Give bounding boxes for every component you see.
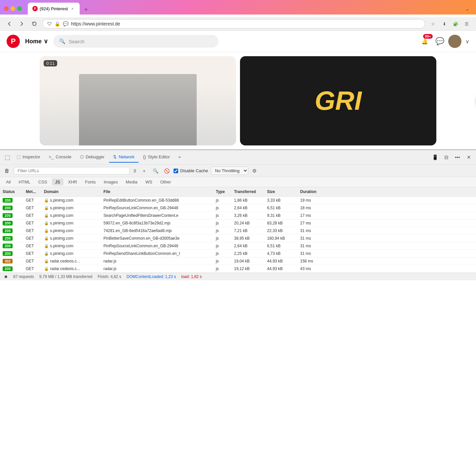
table-row[interactable]: 200 GET 🔒 s.pinimg.com SearchPageUnified… [0, 212, 476, 219]
network-settings-button[interactable]: ⚙ [251, 167, 258, 175]
table-row[interactable]: 302 GET 🔒 radar.cedexis.c... radar.js js… [0, 258, 476, 265]
header-duration[interactable]: Duration [298, 188, 331, 195]
shield-icon: 🛡 [47, 21, 52, 26]
filter-ws[interactable]: WS [142, 178, 156, 185]
download-button[interactable]: ⬇ [440, 19, 449, 28]
notifications-button[interactable]: 🔔 99+ [418, 35, 431, 48]
table-row[interactable]: 200 GET 🔒 radar.cedexis.c... radar.js js… [0, 265, 476, 273]
back-button[interactable] [5, 19, 14, 28]
header-type[interactable]: Type [213, 188, 231, 195]
table-row[interactable]: 200 GET 🔒 s.pinimg.com PinRepSourceLinkC… [0, 204, 476, 212]
header-transferred[interactable]: Transferred [231, 188, 264, 195]
image-card-left[interactable]: 0:11 [40, 56, 236, 145]
disable-cache-checkbox[interactable] [174, 169, 178, 173]
console-icon: >_ [49, 154, 54, 159]
devtools-options-button[interactable]: ••• [453, 153, 462, 162]
filter-xhr[interactable]: XHR [65, 178, 80, 185]
tab-debugger[interactable]: ⬡ Debugger [76, 152, 108, 163]
filter-other[interactable]: Other [157, 178, 175, 185]
header-status[interactable]: Status [0, 188, 23, 195]
image-card-right[interactable]: GRI [240, 56, 436, 145]
header-method[interactable]: Met... [23, 188, 41, 195]
refresh-button[interactable] [30, 19, 39, 28]
home-label: Home [25, 38, 42, 45]
pinterest-logo: P [7, 35, 20, 48]
close-button[interactable] [4, 6, 9, 11]
devtools-responsive-button[interactable]: 📱 [430, 153, 440, 162]
nav-icons: ☆ ⬇ 🧩 ☰ [428, 19, 471, 28]
disable-cache-option: Disable Cache [174, 168, 208, 173]
table-row[interactable]: 200 GET 🔒 s.pinimg.com PinRepSourceLinkC… [0, 242, 476, 250]
devtools-toolbar: ⬚ ⬚ Inspector >_ Console ⬡ Debugger ⇅ Ne… [0, 150, 476, 165]
devtools-split-button[interactable]: ⊟ [442, 153, 451, 162]
table-header: Status Met... Domain File Type Transferr… [0, 187, 476, 197]
minimize-button[interactable] [11, 6, 15, 11]
bookmark-button[interactable]: ☆ [428, 19, 438, 28]
active-tab[interactable]: P (924) Pinterest × [28, 3, 80, 15]
filter-js[interactable]: JS [52, 178, 63, 185]
tab-close-button[interactable]: × [70, 6, 75, 11]
table-row[interactable]: 200 GET 🔒 s.pinimg.com PinRepEditButtonC… [0, 197, 476, 204]
home-menu[interactable]: Home ∨ [25, 38, 48, 45]
poster-text: GRI [315, 89, 362, 113]
filter-fonts[interactable]: Fonts [82, 178, 99, 185]
throttle-select[interactable]: No Throttling [211, 167, 248, 175]
url-text[interactable]: https://www.pinterest.de [71, 21, 420, 26]
user-avatar[interactable] [448, 35, 461, 48]
network-toolbar: 🗑 ⏸ + 🔍 🚫 Disable Cache No Throttling ⚙ [0, 165, 476, 177]
tabs-bar: P (924) Pinterest × + [28, 3, 460, 15]
style-label: Style Editor [148, 154, 170, 159]
address-bar[interactable]: 🛡 🔒 💬 https://www.pinterest.de [42, 19, 425, 28]
tab-overflow-button[interactable]: ⌄ [462, 4, 472, 13]
browser-controls: P (924) Pinterest × + ⌄ [4, 3, 472, 15]
header-domain[interactable]: Domain [41, 188, 101, 195]
filter-all[interactable]: All [3, 178, 14, 185]
header-file[interactable]: File [101, 188, 213, 195]
new-tab-button[interactable]: + [81, 5, 91, 15]
refresh-icon [31, 21, 37, 27]
extensions-button[interactable]: 🧩 [451, 19, 460, 28]
block-requests-button[interactable]: 🚫 [162, 167, 171, 175]
menu-button[interactable]: ☰ [462, 19, 471, 28]
dom-content-loaded: DOMContentLoaded: 1,23 s [127, 274, 176, 279]
devtools-close-button[interactable]: ✕ [464, 153, 473, 162]
filter-html[interactable]: HTML [15, 178, 33, 185]
search-bar[interactable]: 🔍 Search [53, 35, 218, 48]
header-icons: 🔔 99+ 💬 ∨ [418, 35, 469, 48]
network-table: Status Met... Domain File Type Transferr… [0, 187, 476, 273]
search-network-button[interactable]: 🔍 [151, 167, 160, 175]
filter-urls-input[interactable] [14, 167, 130, 175]
header-size[interactable]: Size [264, 188, 298, 195]
table-row[interactable]: 200 GET 🔒 s.pinimg.com PinRepSendShareLi… [0, 250, 476, 258]
tab-favicon: P [32, 6, 38, 11]
network-icon: ⇅ [113, 154, 117, 159]
table-row[interactable]: 200 GET 🔒 s.pinimg.com 74281.en_GB-6ed54… [0, 227, 476, 235]
finish-time: Finish: 4,62 s [98, 274, 121, 279]
filter-media[interactable]: Media [122, 178, 140, 185]
user-menu-chevron[interactable]: ∨ [465, 38, 469, 45]
add-filter-button[interactable]: + [140, 167, 148, 175]
circle-record-icon: ⏺ [4, 274, 8, 279]
forward-icon [19, 21, 25, 27]
debugger-label: Debugger [86, 154, 104, 159]
table-row[interactable]: 200 GET 🔒 s.pinimg.com 59072.en_GB-8c8f3… [0, 219, 476, 227]
tab-style-editor[interactable]: {} Style Editor [139, 152, 174, 163]
chevron-down-icon: ∨ [44, 38, 48, 45]
clear-network-button[interactable]: 🗑 [3, 167, 11, 175]
tab-inspector[interactable]: ⬚ Inspector [13, 152, 44, 163]
messages-icon[interactable]: 💬 [435, 37, 444, 46]
inspector-picker-button[interactable]: ⬚ [3, 153, 12, 162]
maximize-button[interactable] [17, 6, 22, 11]
tab-more[interactable]: » [175, 152, 185, 163]
tab-network[interactable]: ⇅ Network [109, 152, 139, 163]
image-scene-left [40, 56, 236, 145]
table-row[interactable]: 200 GET 🔒 s.pinimg.com PinBetterSaveComm… [0, 235, 476, 242]
tab-console[interactable]: >_ Console [45, 152, 75, 163]
browser-chrome: P (924) Pinterest × + ⌄ [0, 0, 476, 15]
forward-button[interactable] [17, 19, 26, 28]
search-placeholder: Search [69, 39, 85, 44]
filter-images[interactable]: Images [100, 178, 121, 185]
filter-css[interactable]: CSS [35, 178, 51, 185]
pinterest-header: P Home ∨ 🔍 Search 🔔 99+ 💬 ∨ [0, 31, 476, 52]
back-icon [6, 21, 12, 27]
